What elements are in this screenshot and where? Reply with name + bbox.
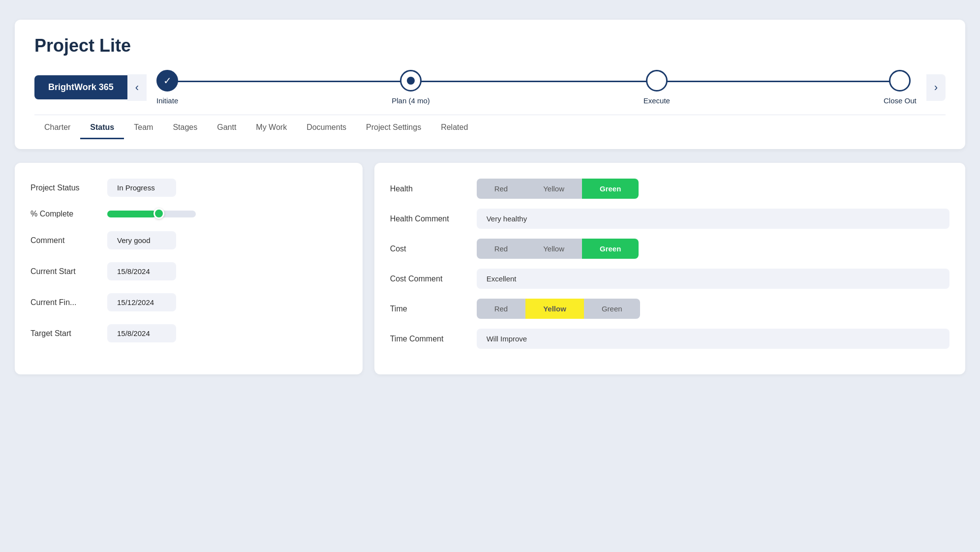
health-label: Health (390, 184, 469, 193)
health-toggle-group: Red Yellow Green (477, 179, 639, 199)
percent-complete-label: % Complete (31, 210, 99, 218)
brand-button[interactable]: BrightWork 365 (34, 75, 127, 99)
tab-projectsettings[interactable]: Project Settings (356, 117, 431, 139)
stage-plan-label: Plan (4 mo) (392, 96, 430, 105)
tab-gantt[interactable]: Gantt (207, 117, 246, 139)
nav-prev-button[interactable]: ‹ (127, 74, 147, 101)
stage-plan-circle (400, 70, 422, 92)
health-comment-label: Health Comment (390, 215, 469, 223)
cost-label: Cost (390, 245, 469, 253)
tab-team[interactable]: Team (124, 117, 163, 139)
project-title: Project Lite (34, 35, 946, 56)
nav-next-button[interactable]: › (926, 74, 946, 101)
health-red-button[interactable]: Red (477, 179, 526, 199)
time-comment-label: Time Comment (390, 335, 469, 343)
current-finish-label: Current Fin... (31, 298, 99, 307)
stage-execute-circle (646, 70, 668, 92)
current-finish-value[interactable]: 15/12/2024 (107, 293, 176, 311)
tab-status[interactable]: Status (80, 117, 124, 139)
stages-connector (167, 81, 906, 82)
stage-closeout[interactable]: Close Out (884, 70, 917, 105)
cost-red-button[interactable]: Red (477, 239, 526, 259)
time-row: Time Red Yellow Green (390, 299, 949, 319)
cost-comment-input[interactable] (477, 269, 949, 289)
tab-mywork[interactable]: My Work (246, 117, 297, 139)
time-label: Time (390, 305, 469, 313)
project-status-value[interactable]: In Progress (107, 179, 176, 197)
cost-comment-row: Cost Comment (390, 269, 949, 289)
current-finish-row: Current Fin... 15/12/2024 (31, 293, 347, 311)
tab-navigation: Charter Status Team Stages Gantt My Work… (34, 115, 946, 139)
stage-execute[interactable]: Execute (643, 70, 670, 105)
tab-stages[interactable]: Stages (163, 117, 207, 139)
right-panel: Health Red Yellow Green Health Comment C… (374, 163, 965, 374)
left-panel: Project Status In Progress % Complete Co… (15, 163, 363, 374)
time-yellow-button[interactable]: Yellow (525, 299, 584, 319)
stage-initiate-label: Initiate (156, 96, 178, 105)
progress-thumb[interactable] (153, 208, 164, 219)
progress-container[interactable] (107, 211, 347, 217)
progress-fill (107, 211, 156, 217)
project-status-row: Project Status In Progress (31, 179, 347, 197)
time-comment-row: Time Comment (390, 329, 949, 349)
health-green-button[interactable]: Green (582, 179, 639, 199)
project-status-label: Project Status (31, 184, 99, 192)
current-start-value[interactable]: 15/8/2024 (107, 262, 176, 280)
health-yellow-button[interactable]: Yellow (525, 179, 582, 199)
tab-documents[interactable]: Documents (297, 117, 356, 139)
target-start-label: Target Start (31, 329, 99, 338)
stage-initiate[interactable]: ✓ Initiate (156, 70, 178, 105)
comment-label: Comment (31, 236, 99, 245)
percent-complete-row: % Complete (31, 210, 347, 218)
time-comment-input[interactable] (477, 329, 949, 349)
tab-charter[interactable]: Charter (34, 117, 80, 139)
time-green-button[interactable]: Green (584, 299, 640, 319)
tab-related[interactable]: Related (431, 117, 478, 139)
stage-initiate-circle: ✓ (156, 70, 178, 92)
stage-closeout-circle (889, 70, 911, 92)
target-start-row: Target Start 15/8/2024 (31, 324, 347, 342)
cost-yellow-button[interactable]: Yellow (525, 239, 582, 259)
time-red-button[interactable]: Red (477, 299, 526, 319)
time-toggle-group: Red Yellow Green (477, 299, 640, 319)
current-start-row: Current Start 15/8/2024 (31, 262, 347, 280)
stage-execute-label: Execute (643, 96, 670, 105)
health-comment-input[interactable] (477, 209, 949, 229)
comment-value[interactable]: Very good (107, 231, 176, 249)
stage-closeout-label: Close Out (884, 96, 917, 105)
progress-track (107, 211, 196, 217)
cost-green-button[interactable]: Green (582, 239, 639, 259)
target-start-value[interactable]: 15/8/2024 (107, 324, 176, 342)
comment-row: Comment Very good (31, 231, 347, 249)
current-start-label: Current Start (31, 267, 99, 276)
health-row: Health Red Yellow Green (390, 179, 949, 199)
stage-plan[interactable]: Plan (4 mo) (392, 70, 430, 105)
health-comment-row: Health Comment (390, 209, 949, 229)
cost-row: Cost Red Yellow Green (390, 239, 949, 259)
cost-comment-label: Cost Comment (390, 275, 469, 283)
cost-toggle-group: Red Yellow Green (477, 239, 639, 259)
